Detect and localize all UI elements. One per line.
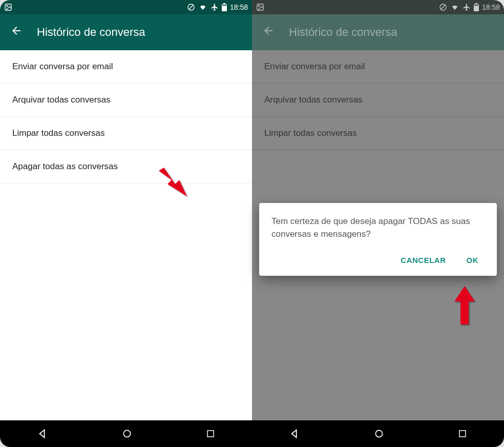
android-nav-bar [252,420,504,447]
menu-item-label: Enviar conversa por email [12,62,113,71]
phone-screen-right: 18:58 Histórico de conversa Enviar conve… [252,0,504,447]
menu-item-clear-all[interactable]: Limpar todas conversas [0,117,252,150]
menu-item-archive-all: Arquivar todas conversas [252,84,504,117]
menu-item-label: Limpar todas conversas [12,128,104,138]
dialog-actions: CANCELAR OK [271,251,485,270]
content-area: Enviar conversa por email Arquivar todas… [0,50,252,420]
status-bar: 18:58 [252,0,504,14]
android-nav-bar [0,420,252,447]
nav-home-button[interactable] [374,429,384,439]
nav-back-button[interactable] [289,428,300,439]
nav-recent-button[interactable] [206,429,215,438]
airplane-icon [211,3,219,11]
ok-button[interactable]: OK [465,251,481,270]
nav-back-button[interactable] [37,428,48,439]
svg-rect-8 [207,431,214,437]
menu-item-label: Limpar todas conversas [264,128,356,138]
page-title: Histórico de conversa [37,26,145,39]
cancel-button[interactable]: CANCELAR [398,251,448,270]
menu-item-archive-all[interactable]: Arquivar todas conversas [0,84,252,117]
svg-rect-5 [223,3,225,4]
annotation-arrow-icon [449,283,480,330]
svg-line-3 [189,5,193,9]
svg-point-10 [259,6,260,7]
app-toolbar: Histórico de conversa [252,14,504,50]
menu-item-email-chat: Enviar conversa por email [252,50,504,84]
wifi-icon [450,3,459,11]
battery-icon [474,3,479,11]
svg-rect-6 [222,5,226,6]
svg-point-7 [123,430,130,437]
content-area: Enviar conversa por email Arquivar todas… [252,50,504,420]
menu-item-label: Enviar conversa por email [264,62,365,71]
confirm-dialog: Tem certeza de que deseja apagar TODAS a… [259,203,497,276]
svg-rect-15 [474,5,478,6]
nav-recent-button[interactable] [458,429,467,438]
status-time: 18:58 [482,3,500,11]
menu-item-label: Apagar todas as conversas [12,161,118,171]
svg-rect-14 [475,3,477,4]
back-button [262,25,275,40]
no-sim-icon [187,3,195,11]
back-button[interactable] [10,25,23,40]
menu-item-delete-all[interactable]: Apagar todas as conversas [0,150,252,184]
status-time: 18:58 [230,3,248,11]
gallery-icon [4,3,12,11]
dialog-message: Tem certeza de que deseja apagar TODAS a… [271,215,485,240]
svg-rect-17 [459,431,466,437]
phone-screen-left: 18:58 Histórico de conversa Enviar conve… [0,0,252,447]
menu-item-label: Arquivar todas conversas [264,95,363,105]
svg-point-16 [375,430,382,437]
app-toolbar: Histórico de conversa [0,14,252,50]
svg-line-12 [441,5,445,9]
status-bar: 18:58 [0,0,252,14]
wifi-icon [198,3,207,11]
menu-item-clear-all: Limpar todas conversas [252,117,504,150]
menu-item-email-chat[interactable]: Enviar conversa por email [0,50,252,84]
battery-icon [222,3,227,11]
airplane-icon [463,3,471,11]
svg-point-1 [7,6,8,7]
page-title: Histórico de conversa [289,26,397,39]
menu-item-label: Arquivar todas conversas [12,95,111,105]
no-sim-icon [439,3,447,11]
nav-home-button[interactable] [122,429,132,439]
gallery-icon [256,3,264,11]
